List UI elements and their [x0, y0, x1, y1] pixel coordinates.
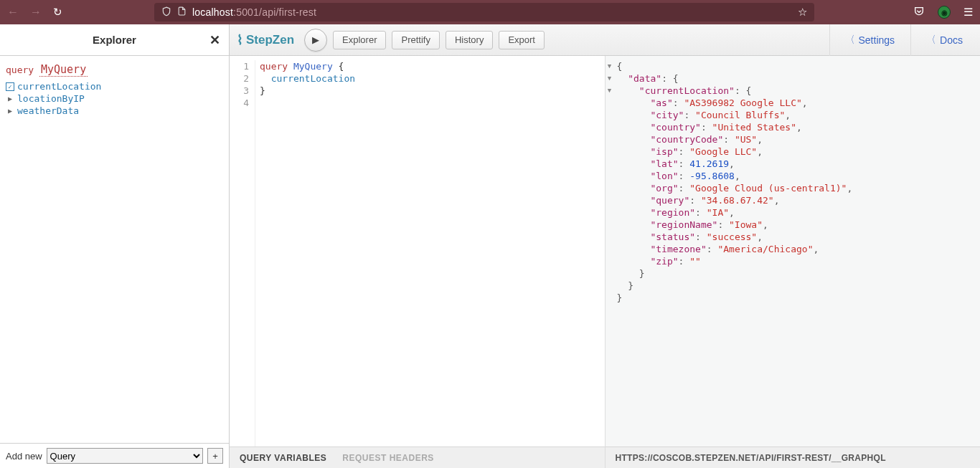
fold-gutter: ▼▼▼ [606, 60, 614, 304]
pocket-icon[interactable] [913, 6, 925, 19]
endpoint-url: HTTPS://COSCOB.STEPZEN.NET/API/FIRST-RES… [616, 453, 886, 463]
export-button[interactable]: Export [499, 31, 545, 49]
url-bar[interactable]: localhost:5001/api/first-rest ☆ [154, 3, 814, 22]
explorer-footer: Add new Query + [0, 443, 229, 468]
chevron-left-icon: 〈 [847, 34, 854, 47]
explorer-field-label: weatherData [17, 105, 79, 116]
back-button[interactable]: ← [7, 6, 19, 19]
extension-badge-icon[interactable]: ◉ [938, 6, 951, 19]
query-name-input[interactable]: MyQuery [39, 63, 88, 77]
explorer-header: Explorer ✕ [0, 24, 229, 56]
checkbox-icon[interactable]: ✓ [6, 82, 14, 91]
browser-chrome: ← → ↻ localhost:5001/api/first-rest ☆ ◉ … [0, 0, 980, 24]
page-icon [177, 6, 187, 18]
add-new-plus-button[interactable]: + [207, 448, 223, 464]
explorer-button[interactable]: Explorer [333, 31, 386, 49]
explorer-field-label: currentLocation [17, 81, 101, 92]
explorer-query-line: query MyQuery [6, 63, 223, 76]
explorer-field-locationByIP[interactable]: ▶locationByIP [6, 92, 223, 105]
query-editor[interactable]: 1234 query MyQuery { currentLocation} [230, 56, 605, 446]
logo-icon: ⌇ [237, 32, 243, 48]
request-headers-tab[interactable]: REQUEST HEADERS [342, 453, 434, 463]
query-variables-tab[interactable]: QUERY VARIABLES [240, 453, 326, 463]
docs-link[interactable]: 〈 Docs [917, 34, 973, 47]
add-new-label: Add new [6, 451, 42, 462]
line-gutter: 1234 [230, 60, 255, 446]
close-icon[interactable]: ✕ [209, 32, 220, 48]
execute-button[interactable]: ▶ [304, 29, 327, 52]
explorer-field-currentLocation[interactable]: ✓currentLocation [6, 80, 223, 92]
nav-group: ← → ↻ [7, 6, 62, 19]
explorer-title: Explorer [93, 34, 136, 46]
history-button[interactable]: History [446, 31, 493, 49]
explorer-field-label: locationByIP [17, 93, 85, 104]
toolbar: ⌇ StepZen ▶ Explorer Prettify History Ex… [230, 24, 980, 56]
add-new-select[interactable]: Query [47, 448, 203, 464]
caret-right-icon: ▶ [6, 95, 14, 102]
bookmark-star-icon[interactable]: ☆ [798, 6, 807, 19]
caret-right-icon: ▶ [6, 107, 14, 115]
query-keyword: query [6, 65, 34, 75]
shield-icon [161, 6, 171, 19]
chevron-left-icon: 〈 [928, 34, 936, 47]
logo-text: StepZen [246, 33, 294, 47]
explorer-panel: Explorer ✕ query MyQuery ✓currentLocatio… [0, 24, 230, 468]
result-viewer[interactable]: ▼▼▼ { "data": { "currentLocation": { "as… [606, 56, 981, 446]
explorer-body: query MyQuery ✓currentLocation▶locationB… [0, 56, 229, 443]
forward-button[interactable]: → [30, 6, 42, 19]
endpoint-bar: HTTPS://COSCOB.STEPZEN.NET/API/FIRST-RES… [606, 446, 981, 468]
settings-link[interactable]: 〈 Settings [836, 34, 905, 47]
hamburger-menu-icon[interactable]: ☰ [963, 6, 973, 19]
url-text: localhost:5001/api/first-rest [192, 6, 316, 18]
stepzen-logo: ⌇ StepZen [237, 32, 294, 48]
prettify-button[interactable]: Prettify [392, 31, 439, 49]
editor-footer: QUERY VARIABLES REQUEST HEADERS [230, 446, 605, 468]
reload-button[interactable]: ↻ [53, 6, 62, 19]
explorer-field-weatherData[interactable]: ▶weatherData [6, 105, 223, 117]
